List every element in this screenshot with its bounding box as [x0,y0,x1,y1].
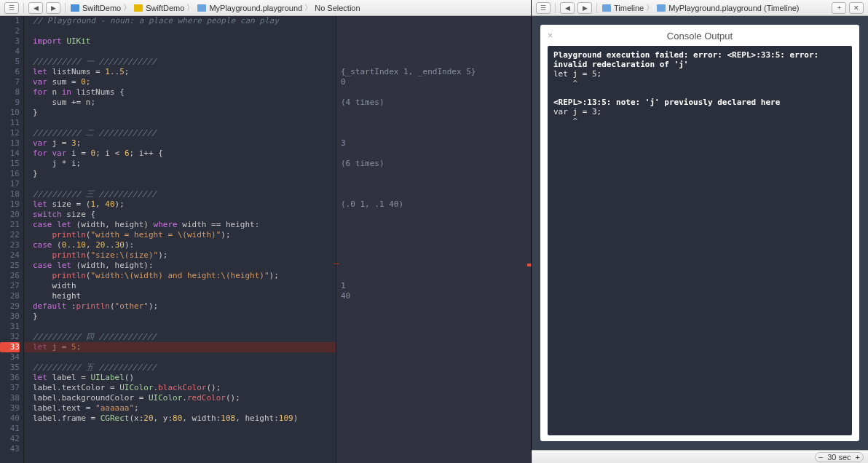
editor-pane: ☰ ◀ ▶ SwiftDemo〉SwiftDemo〉MyPlayground.p… [0,0,532,463]
result-value [336,128,531,138]
result-value [336,352,531,363]
result-value [336,179,531,189]
result-value: {_startIndex 1, _endIndex 5} [336,67,531,77]
breadcrumb-label[interactable]: SwiftDemo [82,4,121,12]
code-line[interactable]: // Playground - noun: a place where peop… [24,16,336,26]
result-value [336,26,531,36]
result-value [336,403,531,413]
minus-icon[interactable]: − [818,453,823,462]
code-line[interactable]: println("width = height = \(width)"); [24,230,336,240]
result-value [336,57,531,67]
code-line[interactable] [24,118,336,128]
result-value [336,169,531,179]
swift-icon [70,3,80,13]
code-line[interactable]: label.textColor = UIColor.blackColor(); [24,383,336,393]
breadcrumb-label[interactable]: No Selection [315,4,360,12]
code-line[interactable]: } [24,312,336,322]
error-divider [334,264,339,264]
code-line[interactable]: label.text = "aaaaaa"; [24,403,336,413]
result-value [336,424,531,434]
breadcrumb-label[interactable]: MyPlayground.playground [209,4,302,12]
code-line[interactable]: sum += n; [24,98,336,108]
forward-button[interactable]: ▶ [46,2,60,14]
related-items-icon[interactable]: ☰ [4,2,19,14]
code-line[interactable] [24,352,336,363]
svg-rect-2 [197,4,206,12]
result-value [336,210,531,220]
code-line[interactable]: } [24,169,336,179]
error-marker-scrollbar [527,264,531,266]
breadcrumb-label[interactable]: MyPlayground.playground (Timeline) [668,4,799,12]
svg-rect-3 [602,4,611,12]
result-value [336,363,531,373]
code-line[interactable]: case let (width, height): [24,261,336,271]
result-value [336,271,531,281]
plus-icon[interactable]: + [856,453,860,462]
breadcrumb[interactable]: Timeline〉MyPlayground.playground (Timeli… [601,2,800,13]
code-line[interactable] [24,47,336,57]
breadcrumb-label[interactable]: SwiftDemo [146,4,184,12]
back-button[interactable]: ◀ [28,2,43,14]
code-line[interactable] [24,179,336,189]
code-line[interactable]: ////////// 五 //////////// [24,363,336,373]
code-line[interactable]: default :println("other"); [24,301,336,312]
timeline-icon [601,3,612,13]
code-line[interactable]: ////////// 一 //////////// [24,57,336,67]
result-value [336,47,531,57]
code-line[interactable]: width [24,281,336,291]
result-value: 3 [336,138,531,149]
line-gutter: 1234567891011121314151617181920212223242… [0,16,24,463]
result-value [336,108,531,118]
result-value: 40 [336,291,531,301]
code-line[interactable]: ////////// 三 //////////// [24,189,336,199]
code-line[interactable] [24,444,336,454]
result-value: 0 [336,77,531,87]
add-assistant-button[interactable]: ＋ [832,2,846,14]
folder-icon [133,3,143,13]
result-value [336,322,531,332]
code-line[interactable]: ////////// 二 //////////// [24,128,336,138]
code-line[interactable]: let label = UILabel() [24,373,336,383]
related-items-icon[interactable]: ☰ [536,2,551,14]
code-line[interactable]: switch size { [24,210,336,220]
code-line[interactable]: println("width:\(width) and height:\(hei… [24,271,336,281]
code-line[interactable]: j * i; [24,159,336,169]
code-line[interactable]: case (0..10, 20..30): [24,240,336,250]
console-body[interactable]: Playground execution failed: error: <REP… [548,46,852,435]
code-line[interactable]: println("size:\(size)"); [24,250,336,261]
code-line[interactable]: let listNums = 1..5; [24,67,336,77]
code-line[interactable] [24,26,336,36]
code-line[interactable] [24,322,336,332]
code-line[interactable] [24,424,336,434]
code-line[interactable]: import UIKit [24,36,336,47]
code-line[interactable]: case let (width, height) where width == … [24,220,336,230]
code-line[interactable]: let size = (1, 40); [24,199,336,210]
breadcrumb[interactable]: SwiftDemo〉SwiftDemo〉MyPlayground.playgro… [70,2,360,13]
close-assistant-button[interactable]: ✕ [849,2,864,14]
code-editor[interactable]: // Playground - noun: a place where peop… [24,16,336,463]
result-value [336,383,531,393]
timeline-duration-value: 30 sec [827,453,851,462]
code-line[interactable] [24,434,336,444]
forward-button[interactable]: ▶ [577,2,592,14]
code-line[interactable]: for var i = 0; i < 6; i++ { [24,149,336,159]
code-line[interactable]: label.frame = CGRect(x:20, y:80, width:1… [24,413,336,424]
result-value [336,189,531,199]
back-button[interactable]: ◀ [560,2,575,14]
breadcrumb-label[interactable]: Timeline [614,4,644,12]
result-value [336,230,531,240]
result-value [336,250,531,261]
result-value [336,16,531,26]
result-value [336,220,531,230]
result-value [336,393,531,403]
code-line[interactable]: height [24,291,336,301]
timeline-duration-stepper[interactable]: − 30 sec + [815,452,864,462]
editor-toolbar: ☰ ◀ ▶ SwiftDemo〉SwiftDemo〉MyPlayground.p… [0,0,531,16]
code-line[interactable]: for n in listNums { [24,87,336,98]
code-line[interactable]: label.backgroundColor = UIColor.redColor… [24,393,336,403]
code-line[interactable]: } [24,108,336,118]
result-value [336,434,531,444]
code-line[interactable]: var j = 3; [24,138,336,149]
code-line[interactable]: ////////// 四 //////////// [24,332,336,342]
code-line[interactable]: var sum = 0; [24,77,336,87]
